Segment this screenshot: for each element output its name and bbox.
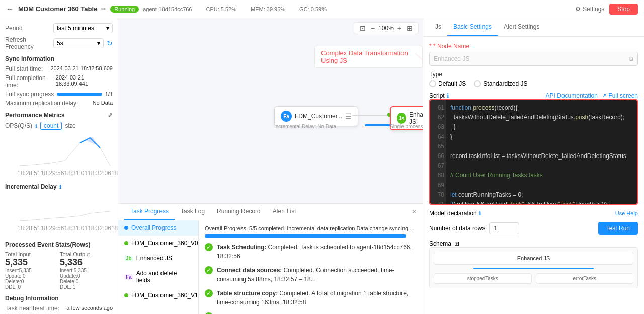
expand-icon[interactable]: ⤢ [108,112,113,119]
progress-icon-0: ✓ [205,243,213,251]
rows-input[interactable] [489,222,519,234]
settings-button[interactable]: ⚙ Settings [575,6,604,13]
rows-row: Number of data rows Test Run [429,222,638,235]
schema-bar [473,268,593,269]
sidebar-item-add-delete[interactable]: Fa Add and delete fields [118,266,198,288]
delay-section-title: Incremental Delay ℹ [5,183,113,190]
tab-task-log[interactable]: Task Log [175,204,211,220]
total-input-label: Total Input [5,251,58,257]
bottom-content: Overall Progress FDM_Customer_360_V0 Jb … [118,220,423,314]
total-input-value: 5,335 [5,257,58,268]
annotation-box: Complex Data Transformation Using JS [314,46,423,68]
tab-basic-settings[interactable]: Basic Settings [447,18,498,36]
tab-alert-settings[interactable]: Alert Settings [498,18,545,36]
insert-out: Insert:5,335 [60,268,113,273]
node1-label: FDM_Customer... [295,113,342,120]
schema-table-icon: ⊞ [454,240,459,247]
bottom-tabs: Task Progress Task Log Running Record Al… [118,204,423,220]
overall-header: Overall Progress: 5/5 completed. Increme… [205,225,417,231]
schema-sub-row: stoppedTasks errorTasks [434,273,633,284]
count-button[interactable]: count [40,122,62,130]
node-fdm-customer[interactable]: Fa FDM_Customer... ☰ [274,106,358,126]
refresh-row: Refresh Frequency 5s ▾ ↻ [5,36,113,50]
stats-title: Processed Event Stats(Rows) [5,241,113,248]
sidebar-item-fdm-v1[interactable]: FDM_Customer_360_V1 [118,288,198,303]
connector-1-2 [352,115,387,116]
fdm-v0-dot [124,241,128,245]
delay-info-icon[interactable]: ℹ [59,184,61,190]
top-bar-right: ⚙ Settings Stop [575,4,638,15]
sidebar-item-overall-progress[interactable]: Overall Progress [118,220,198,236]
add-delete-badge: Fa [124,274,133,280]
max-replication-row: Maximum replication delay: No Data [5,100,113,107]
script-header: Script ℹ API Documentation ↗ Full screen [429,92,638,99]
gear-icon: ⚙ [575,6,581,13]
script-editor[interactable]: 61626364 65666768 69707172 73747576 7778… [429,99,638,205]
ops-label: OPS(Q/S) [5,122,32,129]
full-start-value: 2024-03-21 18:32:58.609 [50,65,113,72]
fullscreen-link[interactable]: ↗ Full screen [602,92,638,99]
api-doc-link[interactable]: API Documentation [546,92,598,99]
fit-button[interactable]: ⊡ [358,24,367,32]
size-button[interactable]: size [65,122,75,129]
line-numbers: 61626364 65666768 69707172 73747576 7778… [430,100,446,204]
enhanced-js-badge: Jb [124,256,133,261]
radio-standardized-js[interactable]: Standardized JS [474,80,527,87]
period-select[interactable]: last 5 minutes ▾ [53,23,113,33]
sidebar-item-fdm-v0[interactable]: FDM_Customer_360_V0 [118,236,198,251]
ddl-out: DDL: 1 [60,284,113,290]
schema-box: Enhanced JS stoppedTasks errorTasks [429,247,638,288]
test-run-button[interactable]: Test Run [598,222,638,235]
model-info-icon[interactable]: ℹ [479,210,481,217]
radio-standardized-dot [474,80,481,87]
progress-icon-2: ✓ [205,289,213,297]
tab-task-progress[interactable]: Task Progress [124,204,175,220]
full-completion-value: 2024-03-21 18:33:09.441 [56,74,113,89]
edit-icon[interactable]: ✏ [101,6,106,13]
tab-running-record[interactable]: Running Record [211,204,267,220]
heartbeat-label: Task heartbeat time: [5,305,59,312]
back-button[interactable]: ← [6,5,14,14]
node1-menu-icon[interactable]: ☰ [345,112,352,120]
progress-text-2: Table structure copy: Completed. A total… [217,289,417,307]
node2-processing-time: Single processing time: No Data [390,124,423,129]
use-help-link[interactable]: Use Help [615,210,638,216]
status-badge: Running [110,6,139,13]
refresh-select[interactable]: 5s ▾ [53,38,104,48]
perf-section-title: Performance Metrics ⤢ [5,112,113,119]
sidebar-item-enhanced-js[interactable]: Jb Enhanced JS [118,251,198,266]
script-info-icon[interactable]: ℹ [447,92,449,99]
radio-default-js[interactable]: Default JS [429,80,466,87]
cpu-text: CPU: 5.52% [206,6,236,12]
copy-icon[interactable]: ⧉ [629,55,633,62]
script-label: Script ℹ [429,92,449,99]
close-bottom-panel[interactable]: ✕ [412,208,417,215]
node2-icon: Js [397,113,406,124]
ops-row: OPS(Q/S) ℹ count size [5,122,113,130]
period-row: Period last 5 minutes ▾ [5,23,113,33]
code-content[interactable]: function process(record){ tasksWithoutDe… [446,100,638,204]
delay-chart: 18:28:5118:29:5618:31:0118:32:0618:33:11 [17,193,113,236]
stop-button[interactable]: Stop [609,4,638,15]
zoom-plus-button[interactable]: + [396,24,403,32]
tab-alert-list[interactable]: Alert List [267,204,302,220]
node-name-input[interactable]: Enhanced JS ⧉ [429,52,638,66]
total-output-value: 5,336 [60,257,113,268]
total-output-col: Total Output 5,336 Insert:5,335 Update:0… [60,251,113,290]
left-panel: Period last 5 minutes ▾ Refresh Frequenc… [0,18,118,314]
canvas-area[interactable]: ⊡ − 100% + ⊞ Complex Data Transformation… [118,18,423,203]
total-input-col: Total Input 5,335 Insert:5,335 Update:0 … [5,251,58,290]
zoom-minus-button[interactable]: − [369,24,376,32]
sync-progress-label: Full sync progress [5,91,54,98]
canvas-controls: ⊡ − 100% + ⊞ [354,22,419,34]
progress-text-1: Connect data sources: Completed. Connect… [217,266,417,284]
schema-header: Schema ⊞ [429,240,638,247]
tab-js[interactable]: Js [429,18,447,36]
bottom-panel: Task Progress Task Log Running Record Al… [118,203,423,314]
info-icon[interactable]: ℹ [35,123,37,129]
fdm-v1-dot [124,293,128,297]
radio-default-dot [429,80,436,87]
progress-icon-1: ✓ [205,266,213,274]
fullscreen-button[interactable]: ⊞ [405,24,414,32]
refresh-button[interactable]: ↻ [107,39,113,47]
